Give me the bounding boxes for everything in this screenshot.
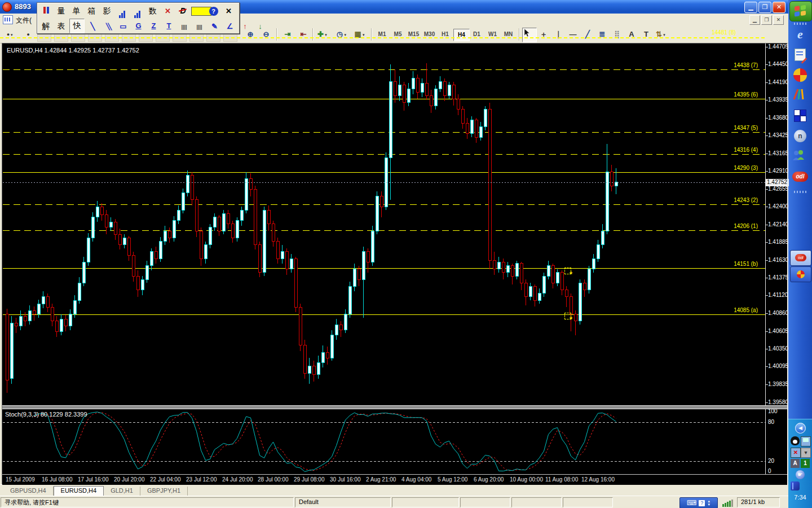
app-icon xyxy=(2,2,12,12)
candlestick-button[interactable] xyxy=(39,4,53,17)
candle xyxy=(335,325,338,335)
flame-icon[interactable] xyxy=(791,67,809,84)
tray-collapse-icon[interactable]: ◀ xyxy=(795,423,806,433)
toolbox-解-button[interactable]: 解 xyxy=(39,19,53,33)
toolbox-快-button[interactable]: 快 xyxy=(69,19,85,33)
ie-icon[interactable]: e xyxy=(791,26,809,43)
text-tool-button[interactable]: T xyxy=(162,19,176,33)
zigzag-button[interactable]: Z xyxy=(147,19,161,33)
timeframe-h1-button[interactable]: H1 xyxy=(438,29,453,40)
dropdown-arrow-icon[interactable]: ▼ xyxy=(663,33,666,37)
arrow-down-button[interactable]: ↓ xyxy=(253,19,267,33)
toolbox-影-button[interactable]: 影 xyxy=(100,4,114,17)
paintbrush-icon[interactable] xyxy=(791,87,809,104)
timeframe-m15-button[interactable]: M15 xyxy=(406,29,421,40)
gann-button[interactable]: G xyxy=(131,19,145,33)
minimize-button[interactable]: ▁ xyxy=(744,2,757,13)
text-a-button[interactable]: A xyxy=(625,28,638,41)
cycle-lines2-button[interactable]: |||| xyxy=(192,19,206,33)
quadrant-icon[interactable] xyxy=(791,107,809,124)
document-pen-icon[interactable] xyxy=(791,46,809,63)
timeframe-h4-button[interactable]: H4 xyxy=(453,29,470,41)
dropdown-arrow-icon[interactable]: ▼ xyxy=(10,33,14,37)
messenger-icon[interactable] xyxy=(791,148,809,165)
dictionary-icon[interactable] xyxy=(791,481,800,491)
periods-button[interactable]: ◷▼ xyxy=(335,28,348,41)
timeframe-w1-button[interactable]: W1 xyxy=(485,29,500,40)
ime-a-icon[interactable]: A xyxy=(791,459,800,468)
price-axis-label: 1.42400 xyxy=(768,203,787,209)
vline-button[interactable]: ｜ xyxy=(551,28,565,41)
task-button-odl[interactable]: odl xyxy=(790,250,811,266)
timeframe-m1-button[interactable]: M1 xyxy=(374,29,390,40)
fan-button[interactable]: ∠ xyxy=(223,19,237,33)
timeframe-d1-button[interactable]: D1 xyxy=(469,29,484,40)
fibo-button[interactable]: ≣ xyxy=(595,28,609,41)
cursor-button[interactable] xyxy=(522,28,537,42)
trendline-button[interactable]: ╱ xyxy=(581,28,594,41)
odl-icon[interactable]: odl xyxy=(791,168,809,185)
hline-button[interactable]: — xyxy=(566,28,580,41)
toolbox-单-button[interactable]: 单 xyxy=(69,4,83,17)
dropdown-arrow-icon[interactable]: ▼ xyxy=(362,33,365,37)
templates-button[interactable]: ▦▼ xyxy=(353,28,367,41)
timeframe-m30-button[interactable]: M30 xyxy=(422,29,437,40)
taskbar-grip[interactable] xyxy=(794,191,806,193)
indicators-button[interactable]: ✚▼ xyxy=(316,28,329,41)
crosshair-button[interactable]: ＋ xyxy=(537,28,550,41)
text-label-button[interactable]: T xyxy=(639,28,653,41)
toolbox-箱-button[interactable]: 箱 xyxy=(85,4,99,17)
keyboard-icon[interactable]: ⌨ xyxy=(687,499,696,507)
close-button[interactable]: ✕ xyxy=(222,4,236,17)
qq-icon[interactable] xyxy=(791,436,800,445)
mdi-minimize-button[interactable]: ▁ xyxy=(749,15,760,25)
timeframe-m5-button[interactable]: M5 xyxy=(390,29,405,40)
dropdown-arrow-icon[interactable]: ▼ xyxy=(343,33,347,37)
help-button[interactable]: ? xyxy=(206,4,220,17)
device-icon[interactable]: ▾ xyxy=(801,448,811,458)
pane-divider[interactable] xyxy=(2,405,787,409)
timeframe-mn-button[interactable]: MN xyxy=(501,29,516,40)
arrow-up-button[interactable]: ↑ xyxy=(238,19,252,33)
maximize-button[interactable]: ❐ xyxy=(758,2,771,13)
color-swatch-button[interactable] xyxy=(191,4,205,17)
mdi-restore-button[interactable]: ❐ xyxy=(761,15,772,25)
histogram-button[interactable] xyxy=(115,4,129,17)
language-bar[interactable]: ⌨?▲▼ xyxy=(679,497,718,508)
monitor-signal-icon[interactable] xyxy=(801,436,811,446)
ime-help-icon[interactable]: ? xyxy=(699,500,705,506)
new-chart-button[interactable]: •▼ xyxy=(3,28,17,41)
delete-cross-button[interactable]: ✕ xyxy=(161,4,175,17)
monitor-x-icon[interactable]: ✕ xyxy=(791,448,801,458)
ime-arrows-icon[interactable]: ▲▼ xyxy=(707,500,710,506)
close-button[interactable]: ✕ xyxy=(773,2,785,13)
num1-icon[interactable]: 1 xyxy=(801,459,810,468)
task-button-flame[interactable] xyxy=(790,266,811,282)
globe-icon[interactable]: n xyxy=(791,128,809,144)
histogram2-button[interactable] xyxy=(130,4,144,17)
dropdown-arrow-icon[interactable]: ▼ xyxy=(324,33,328,37)
toolbox-量-button[interactable]: 量 xyxy=(54,4,68,17)
candle xyxy=(209,227,211,245)
time-axis[interactable]: 15 Jul 200916 Jul 08:0017 Jul 16:0020 Ju… xyxy=(2,474,787,485)
rectangle-button[interactable]: ▭ xyxy=(116,19,130,33)
channel-button[interactable]: ╲╲ xyxy=(101,19,115,33)
chart-shift-button[interactable]: ⇤ xyxy=(297,28,310,41)
chart-window[interactable]: EURUSD,H4 1.42844 1.42925 1.42737 1.4275… xyxy=(2,43,788,485)
cycle-lines-button[interactable]: |||| xyxy=(177,19,191,33)
taskbar-grip[interactable] xyxy=(794,23,806,25)
mdi-close-button[interactable]: ✕ xyxy=(773,15,784,25)
menu-file[interactable]: 文件( xyxy=(16,16,32,25)
pencil-button[interactable]: ✎ xyxy=(208,19,222,33)
grid-button[interactable]: ⣿ xyxy=(610,28,624,41)
toolbox-表-button[interactable]: 表 xyxy=(54,19,68,33)
profiles-button[interactable]: • xyxy=(21,28,35,41)
arrows-button[interactable]: ⇅▼ xyxy=(654,28,668,41)
start-button[interactable] xyxy=(789,1,812,21)
autoscroll-button[interactable]: ⇥ xyxy=(281,28,294,41)
toolbox-数-button[interactable]: 数 xyxy=(145,4,160,17)
diag-line-button[interactable]: ╲ xyxy=(86,19,100,33)
globe-pointer-icon[interactable]: ☛ xyxy=(796,470,805,479)
floating-toolbox[interactable]: 量单箱影数✕D?✕解表快╲╲╲▭GZT||||||||✎∠↑↓ xyxy=(37,2,240,34)
indicator-d-strike-button[interactable]: D xyxy=(176,4,190,17)
